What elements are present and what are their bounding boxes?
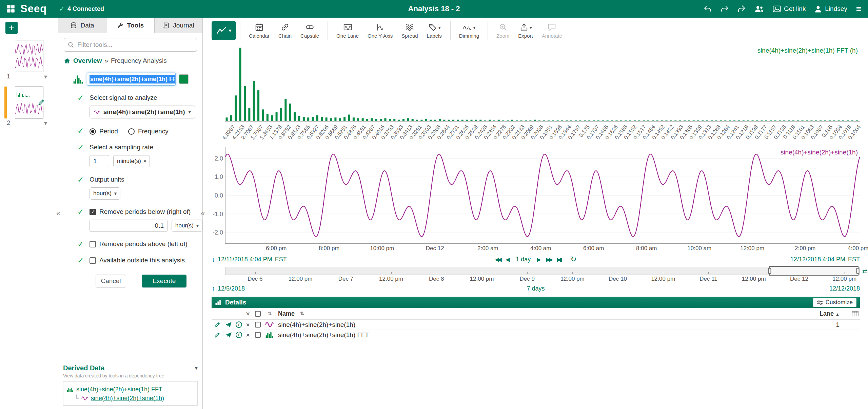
display-end-tz[interactable]: EST [848, 256, 860, 263]
fft-series-label[interactable]: sine(4h)+sine(2h)+sine(1h) FFT (h) [757, 47, 858, 54]
timeline-selection[interactable] [769, 266, 859, 276]
send-item-icon[interactable] [225, 321, 232, 328]
item-name[interactable]: sine(4h)+sine(2h)+sine(1h) FFT [276, 331, 804, 339]
remove-below-label[interactable]: Remove periods below (right of) [99, 208, 191, 216]
tab-journal[interactable]: Journal [155, 18, 202, 33]
display-start-tz[interactable]: EST [275, 256, 287, 263]
breadcrumb-overview[interactable]: Overview [73, 57, 102, 64]
edit-worksheet-icon[interactable] [38, 98, 45, 106]
fast-back-button[interactable]: ◀◀ [495, 256, 500, 263]
toolbar-button-dimming[interactable]: ▾Dimming [455, 21, 484, 40]
display-range-start[interactable]: ↓ 12/11/2018 4:04 PM EST [212, 256, 287, 263]
collapse-tools-panel-handle[interactable]: « [200, 207, 206, 220]
range-duration-button[interactable]: 1 day [515, 256, 532, 263]
signal-y-axis[interactable]: 2.01.00.0-1.0-2.0 [212, 147, 223, 244]
redo-icon[interactable] [721, 5, 729, 13]
worksheet-thumbnail-1[interactable]: 1▾ [0, 40, 58, 80]
tab-data[interactable]: Data [58, 18, 106, 33]
investigate-end-date[interactable]: 12/12/2018 [829, 285, 860, 292]
new-worksheet-button[interactable]: + [5, 22, 18, 34]
worksheet-preview[interactable] [15, 87, 43, 118]
remove-above-label[interactable]: Remove periods above (left of) [99, 240, 188, 248]
row-checkbox[interactable] [252, 332, 263, 338]
name-column-header[interactable]: Name ⇅ [276, 310, 804, 317]
result-name-input[interactable]: sine(4h)+sine(2h)+sine(1h) FFT [87, 73, 176, 86]
display-range-end[interactable]: 12/12/2018 4:04 PM EST [790, 256, 860, 263]
worksheet-menu-chevron-icon[interactable]: ▾ [44, 119, 47, 127]
expand-range-icon[interactable]: ⇄ [862, 267, 867, 275]
fft-plot-area[interactable]: sine(4h)+sine(2h)+sine(1h) FFT (h) [225, 45, 860, 122]
users-icon[interactable] [754, 5, 764, 13]
toolbar-button-capsule[interactable]: Capsule [296, 21, 323, 40]
toolbar-button-one-y-axis[interactable]: One Y-Axis [363, 21, 397, 40]
available-outside-checkbox[interactable] [90, 257, 96, 264]
connection-status[interactable]: ✓ 4 Connected [59, 5, 104, 13]
sampling-unit-select[interactable]: minute(s) ▾ [113, 155, 150, 167]
row-checkbox[interactable] [252, 322, 263, 328]
send-item-icon[interactable] [225, 332, 232, 338]
menu-icon[interactable]: ≡ [856, 4, 861, 13]
output-unit-select[interactable]: hour(s) ▾ [90, 187, 120, 200]
edit-item-icon[interactable] [214, 321, 221, 328]
sort-icon[interactable]: ⇅ [263, 311, 276, 317]
remove-below-value-input[interactable] [90, 220, 167, 232]
step-forward-button[interactable]: ▶ [537, 256, 541, 263]
get-link-button[interactable]: Get link [773, 5, 806, 13]
derived-data-header[interactable]: Derived Data ▾ [63, 364, 198, 372]
investigate-start[interactable]: ↑ 12/5/2018 [212, 285, 245, 293]
column-settings-icon[interactable] [844, 310, 860, 317]
remove-below-checkbox[interactable] [90, 209, 96, 215]
selection-right-handle[interactable] [856, 268, 860, 274]
remove-item-icon[interactable]: × [243, 332, 252, 338]
signal-select[interactable]: sine(4h)+sine(2h)+sine(1h) ▾ [90, 106, 195, 118]
toolbar-button-calendar[interactable]: Calendar [244, 21, 274, 40]
selection-left-handle[interactable] [768, 268, 771, 274]
tab-tools[interactable]: Tools [106, 18, 155, 33]
undo-icon[interactable] [704, 5, 712, 13]
toolbar-button-one-lane[interactable]: One Lane [332, 21, 363, 40]
derived-item-link[interactable]: sine(4h)+sine(2h)+sine(1h) [91, 395, 164, 402]
toolbar-button-chain[interactable]: Chain [274, 21, 296, 40]
view-mode-button[interactable]: ▾ [212, 21, 236, 40]
auto-update-button[interactable]: ↻ [570, 256, 576, 263]
period-radio[interactable] [90, 128, 96, 135]
lane-column-header[interactable]: Lane ▲ [804, 310, 844, 317]
info-icon[interactable]: i [236, 332, 242, 338]
signal-series-label[interactable]: sine(4h)+sine(2h)+sine(1h) [781, 149, 858, 156]
info-icon[interactable]: i [236, 321, 242, 328]
seeq-logo[interactable]: Seeq [20, 3, 47, 15]
collapse-worksheet-panel-handle[interactable]: « [55, 207, 61, 220]
period-label[interactable]: Period [99, 128, 118, 135]
frequency-label[interactable]: Frequency [138, 128, 169, 135]
select-all-checkbox[interactable] [252, 311, 263, 317]
sampling-rate-input[interactable] [90, 155, 109, 167]
item-name[interactable]: sine(4h)+sine(2h)+sine(1h) [276, 321, 804, 329]
signal-plot-area[interactable]: sine(4h)+sine(2h)+sine(1h) [225, 147, 860, 244]
worksheet-preview[interactable] [15, 40, 43, 72]
home-icon[interactable] [64, 57, 71, 64]
remove-above-checkbox[interactable] [90, 241, 96, 247]
worksheet-menu-chevron-icon[interactable]: ▾ [44, 73, 47, 80]
share-icon[interactable] [737, 5, 746, 13]
remove-item-icon[interactable]: × [243, 321, 252, 328]
edit-item-icon[interactable] [214, 332, 221, 338]
app-switcher-icon[interactable] [7, 5, 15, 13]
fast-forward-button[interactable]: ▶▶ [546, 256, 552, 263]
sort-icon[interactable]: ⇅ [300, 311, 304, 317]
toolbar-button-spread[interactable]: Spread [397, 21, 422, 40]
frequency-radio[interactable] [128, 128, 135, 135]
toolbar-button-export[interactable]: ▾Export [514, 21, 537, 40]
color-swatch-button[interactable] [179, 74, 189, 84]
available-outside-label[interactable]: Available outside this analysis [99, 257, 185, 264]
customize-button[interactable]: Customize [813, 298, 856, 307]
derived-item-link[interactable]: sine(4h)+sine(2h)+sine(1h) FFT [76, 386, 162, 393]
investigate-duration[interactable]: 7 days [527, 285, 545, 292]
remove-all-icon[interactable]: × [243, 310, 252, 317]
timeline-track[interactable] [225, 267, 860, 275]
investigate-timeline[interactable]: ⇄ [225, 267, 860, 275]
user-menu[interactable]: Lindsey [814, 5, 847, 13]
execute-button[interactable]: Execute [142, 275, 186, 287]
skip-to-end-button[interactable]: ▶▮ [557, 256, 561, 263]
cancel-button[interactable]: Cancel [96, 275, 126, 287]
toolbar-button-labels[interactable]: ▾Labels [422, 21, 446, 40]
